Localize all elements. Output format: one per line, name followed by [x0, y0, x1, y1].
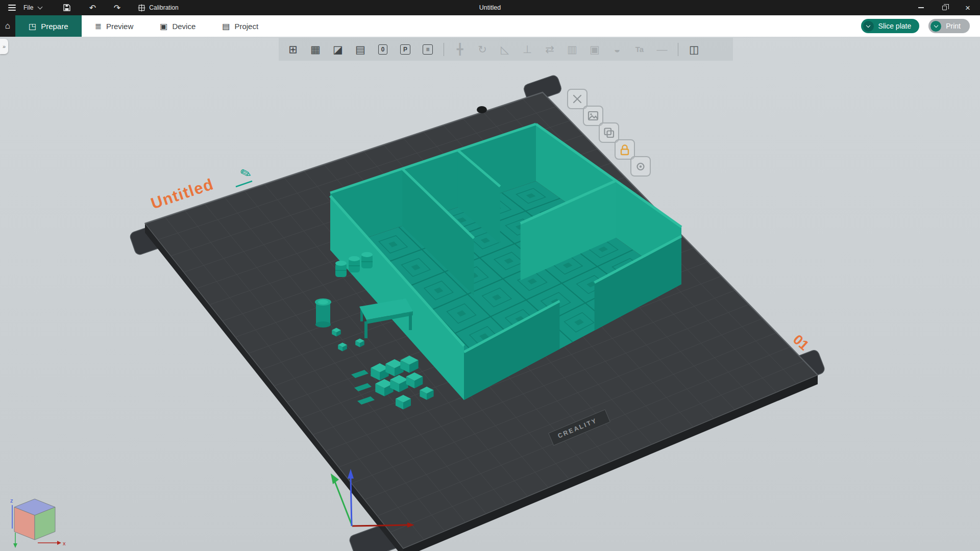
- plate-camera-button[interactable]: [631, 157, 650, 176]
- expand-icon: »: [3, 43, 6, 49]
- align-objects-button[interactable]: 0: [372, 39, 394, 60]
- rename-pencil-icon[interactable]: ✎: [238, 164, 253, 182]
- image-icon-sun: [590, 113, 592, 115]
- redo-icon: ↷: [114, 3, 120, 13]
- plate-image-button[interactable]: [583, 106, 603, 126]
- print-button[interactable]: Print: [928, 19, 970, 33]
- rotate-icon: ↻: [478, 43, 487, 56]
- main-tabbar: ⌂ ◳ Prepare ≣ Preview ▣ Device ▤ Project…: [0, 15, 980, 37]
- split-button[interactable]: ▥: [561, 39, 583, 60]
- save-icon: [63, 4, 71, 12]
- pack-objects-button[interactable]: P: [394, 39, 416, 60]
- tab-label: Prepare: [41, 22, 68, 31]
- lay-flat-button[interactable]: ⊥: [516, 39, 538, 60]
- home-icon: ⌂: [5, 21, 10, 31]
- chevron-down-icon[interactable]: [38, 4, 43, 9]
- tab-preview[interactable]: ≣ Preview: [82, 15, 147, 37]
- viewcube-x-arr: [57, 541, 61, 545]
- object-list-icon: ≡: [423, 44, 432, 55]
- button-frame: [583, 106, 603, 126]
- viewcube-z-label: z: [10, 497, 13, 504]
- viewport-3d[interactable]: CREALITY Untitled ✎ 01: [0, 0, 980, 551]
- calibration-icon: [138, 4, 145, 12]
- add-primitives-button[interactable]: ▦: [304, 39, 327, 60]
- add-model-icon: ⊞: [288, 43, 298, 56]
- viewcube-y-arr: [13, 543, 17, 548]
- slice-dropdown[interactable]: [863, 21, 874, 32]
- add-primitives-icon: ▦: [310, 43, 321, 56]
- plate-clone-button[interactable]: [599, 123, 619, 142]
- hamburger-icon: [8, 5, 16, 11]
- button-frame: [599, 123, 619, 142]
- undo-icon: ↶: [89, 3, 96, 13]
- arrange-plates-button[interactable]: ◫: [683, 39, 705, 60]
- close-button[interactable]: ×: [964, 4, 972, 12]
- home-button[interactable]: ⌂: [0, 15, 15, 37]
- scale-button[interactable]: ◺: [494, 39, 516, 60]
- plate-close-button[interactable]: [568, 89, 587, 109]
- preview-icon: ≣: [95, 21, 102, 31]
- arrange-plates-icon: ◫: [689, 43, 699, 56]
- calibration-label: Calibration: [149, 4, 178, 11]
- lay-flat-icon: ⊥: [523, 43, 532, 56]
- measure-button[interactable]: ―: [651, 39, 673, 60]
- measure-icon: ―: [657, 43, 668, 56]
- window-titlebar: File ↶ ↷ Calibration Untitled ×: [0, 0, 980, 15]
- scale-icon: ◺: [501, 43, 509, 56]
- toolbar-separator: [678, 43, 678, 56]
- pack-objects-icon: P: [400, 44, 410, 55]
- rotate-button[interactable]: ↻: [471, 39, 494, 60]
- split-icon: ▥: [567, 43, 577, 56]
- file-menu-label[interactable]: File: [23, 4, 33, 11]
- tab-label: Project: [234, 22, 258, 31]
- add-modifier-button[interactable]: ▤: [349, 39, 372, 60]
- drop-to-plate-button[interactable]: ◒: [606, 39, 628, 60]
- drop-to-plate-icon: ◒: [614, 43, 621, 56]
- tab-prepare[interactable]: ◳ Prepare: [15, 15, 82, 37]
- toolbar-separator: [444, 43, 444, 56]
- clone-button[interactable]: ▣: [583, 39, 606, 60]
- align-objects-icon: 0: [378, 44, 388, 55]
- slice-plate-label: Slice plate: [878, 22, 912, 30]
- prepare-icon: ◳: [29, 21, 36, 31]
- minimize-icon: [918, 7, 924, 8]
- chevron-down-icon: [934, 23, 938, 27]
- redo-button[interactable]: ↷: [110, 1, 124, 14]
- mirror-icon: ⇄: [545, 43, 554, 56]
- camera-icon-lens: [640, 165, 642, 167]
- plate-lock-button[interactable]: [615, 140, 634, 159]
- print-label: Print: [946, 22, 961, 30]
- object-list-button[interactable]: ≡: [416, 39, 439, 60]
- viewcube-x-label: x: [63, 540, 66, 546]
- clone-icon: ▣: [590, 43, 600, 56]
- add-text-button[interactable]: Ta: [628, 39, 651, 60]
- tab-device[interactable]: ▣ Device: [146, 15, 209, 37]
- move-button[interactable]: ╋: [449, 39, 471, 60]
- tab-label: Preview: [106, 22, 133, 31]
- model-toolbar: ⊞ ▦ ◪ ▤ 0 P ≡ ╋ ↻ ◺ ⊥ ⇄ ▥ ▣ ◒ Ta ― ◫: [279, 38, 733, 61]
- print-dropdown[interactable]: [930, 21, 941, 32]
- sidebar-expand-button[interactable]: »: [0, 39, 8, 54]
- device-icon: ▣: [160, 21, 167, 31]
- tab-project[interactable]: ▤ Project: [209, 15, 272, 37]
- move-icon: ╋: [457, 43, 463, 56]
- tab-label: Device: [172, 22, 195, 31]
- calibration-button[interactable]: Calibration: [138, 4, 178, 12]
- mirror-button[interactable]: ⇄: [538, 39, 561, 60]
- add-model-button[interactable]: ⊞: [282, 39, 304, 60]
- close-icon: ×: [965, 4, 970, 12]
- chevron-down-icon: [866, 23, 870, 27]
- minimize-button[interactable]: [917, 4, 925, 12]
- main-menu-button[interactable]: [5, 1, 18, 14]
- slice-plate-button[interactable]: Slice plate: [861, 19, 920, 33]
- save-button[interactable]: [60, 1, 74, 14]
- undo-button[interactable]: ↶: [86, 1, 99, 14]
- orientation-viewcube[interactable]: z x: [10, 496, 70, 550]
- paint-button[interactable]: ◪: [327, 39, 349, 60]
- restore-icon: [942, 6, 947, 10]
- paint-icon: ◪: [333, 43, 343, 56]
- restore-button[interactable]: [940, 4, 948, 12]
- plate-back-knob: [477, 106, 487, 113]
- add-text-icon: Ta: [635, 45, 644, 54]
- add-modifier-icon: ▤: [355, 43, 365, 56]
